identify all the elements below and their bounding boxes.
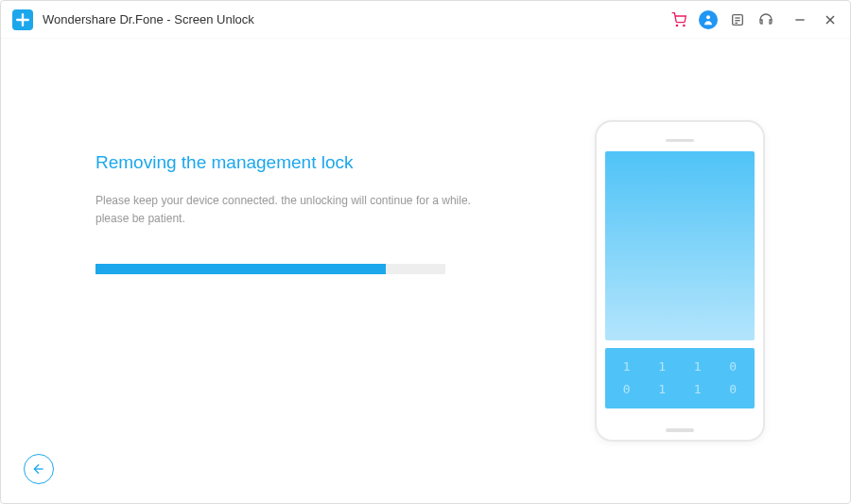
minimize-button[interactable] (791, 11, 808, 28)
feedback-icon[interactable] (729, 11, 746, 28)
app-title: Wondershare Dr.Fone - Screen Unlock (43, 12, 670, 26)
right-panel: 1110 0110 (566, 77, 793, 465)
left-panel: Removing the management lock Please keep… (96, 77, 566, 465)
progress-bar (96, 264, 445, 274)
phone-screen-icon (605, 151, 755, 340)
phone-home-icon (666, 428, 694, 432)
svg-point-0 (676, 25, 677, 26)
window-controls (791, 11, 839, 28)
subtext-line2: please be patient. (96, 212, 185, 225)
page-subtext: Please keep your device connected. the u… (96, 192, 566, 228)
app-window: Wondershare Dr.Fone - Screen Unlock (0, 0, 851, 504)
account-icon[interactable] (699, 10, 718, 29)
cart-icon[interactable] (670, 11, 687, 28)
content-area: Removing the management lock Please keep… (1, 39, 850, 503)
svg-point-1 (684, 25, 685, 26)
app-logo-icon (12, 9, 33, 30)
phone-speaker-icon (666, 139, 694, 142)
page-heading: Removing the management lock (96, 152, 566, 173)
titlebar: Wondershare Dr.Fone - Screen Unlock (1, 1, 850, 39)
phone-illustration: 1110 0110 (595, 120, 765, 442)
support-icon[interactable] (757, 11, 774, 28)
progress-fill (96, 264, 386, 274)
svg-point-2 (706, 15, 710, 19)
subtext-line1: Please keep your device connected. the u… (96, 194, 471, 207)
back-button[interactable] (24, 454, 54, 484)
close-button[interactable] (822, 11, 839, 28)
titlebar-actions (670, 10, 839, 29)
phone-keypad-icon: 1110 0110 (605, 348, 755, 408)
